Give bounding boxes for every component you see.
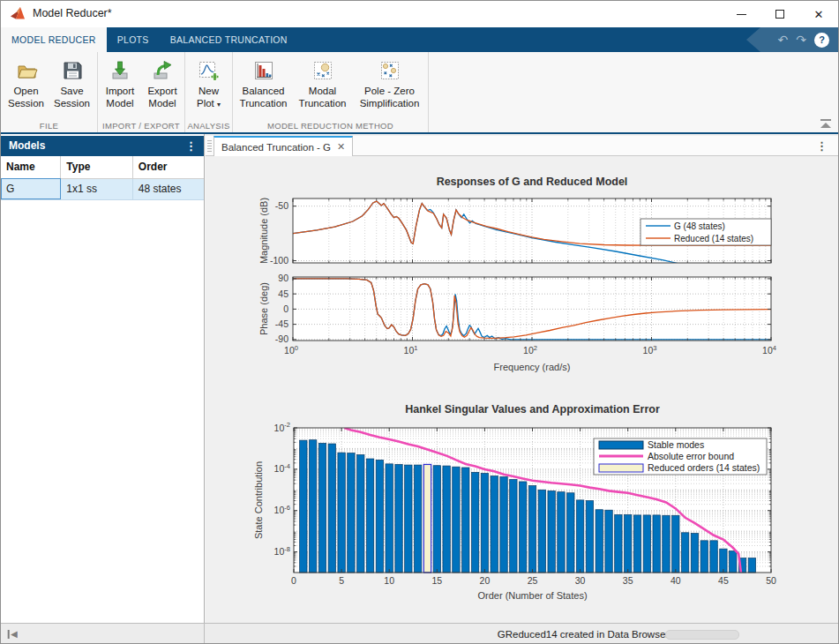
svg-text:10-8: 10-8 (274, 545, 290, 558)
figure-tab[interactable]: Balanced Truncation - G ✕ (213, 136, 353, 156)
svg-text:45: 45 (718, 575, 729, 586)
column-header-type: Type (61, 156, 133, 178)
toolstrip-group-reduction-method: BalancedTruncation ModalTruncation (233, 52, 429, 132)
model-name-cell[interactable]: G (1, 178, 61, 199)
pole-zero-simplification-button[interactable]: Pole - ZeroSimplification (353, 55, 427, 109)
svg-text:-50: -50 (275, 200, 288, 211)
svg-text:Stable modes: Stable modes (648, 439, 704, 450)
table-row[interactable]: G 1x1 ss 48 states (1, 178, 204, 199)
svg-text:90: 90 (278, 273, 288, 283)
svg-text:State Contribution: State Contribution (253, 461, 264, 539)
export-arrow-icon (151, 56, 174, 85)
new-plot-button[interactable]: NewPlot ▾ (186, 55, 232, 111)
toolstrip-group-file: OpenSession SaveSession FILE (1, 52, 98, 132)
toolstrip: OpenSession SaveSession FILE (1, 52, 838, 132)
model-type-cell[interactable]: 1x1 ss (61, 178, 133, 199)
window-title: Model Reducer* (33, 7, 112, 19)
svg-text:45: 45 (278, 288, 288, 299)
svg-text:104: 104 (762, 344, 776, 356)
import-model-button[interactable]: ImportModel (99, 55, 141, 109)
data-browser-panel: Models ⋮ Name Type Order G 1x1 ss 48 sta… (1, 134, 205, 623)
pole-zero-icon (378, 56, 401, 85)
svg-text:Reduced (14 states): Reduced (14 states) (674, 234, 753, 243)
open-session-button[interactable]: OpenSession (4, 55, 49, 109)
toolstrip-group-import-export: ImportModel ExportModel IMPORT / EXPORT (98, 52, 185, 132)
dropdown-arrow-icon: ▾ (217, 101, 221, 109)
models-panel-menu-icon[interactable]: ⋮ (185, 136, 197, 156)
figure-tab-close-icon[interactable]: ✕ (337, 141, 345, 153)
toolstrip-group-analysis: NewPlot ▾ ANALYSIS (185, 52, 233, 132)
svg-text:30: 30 (575, 575, 586, 586)
collapse-ribbon-arrow-icon (820, 123, 831, 128)
minimize-icon (737, 14, 746, 15)
undo-icon[interactable]: ↶ (778, 34, 789, 46)
ribbon-tab-plots[interactable]: PLOTS (107, 27, 160, 52)
models-panel-title: Models (9, 139, 45, 152)
export-model-button[interactable]: ExportModel (141, 55, 184, 109)
app-window: Model Reducer* ✕ MODEL REDUCER PLOTS BAL… (0, 0, 839, 644)
svg-text:40: 40 (670, 575, 681, 586)
status-progress (665, 630, 739, 640)
group-label-file: FILE (1, 121, 97, 131)
svg-text:Order (Number of States): Order (Number of States) (477, 590, 587, 601)
svg-text:-100: -100 (270, 255, 288, 266)
svg-text:10-6: 10-6 (274, 504, 290, 516)
svg-text:5: 5 (339, 575, 344, 586)
close-icon: ✕ (814, 9, 824, 20)
panel-splitter-grip[interactable] (207, 140, 212, 153)
quick-access-toolbar: ↶ ↷ ? (746, 27, 838, 52)
group-label-import-export: IMPORT / EXPORT (98, 121, 184, 131)
figure-panel-menu-icon[interactable]: ⋮ (816, 136, 828, 156)
group-label-reduction-method: MODEL REDUCTION METHOD (233, 121, 428, 131)
svg-text:100: 100 (284, 344, 298, 356)
status-bar-left: ▶ (1, 624, 205, 644)
models-table-header-row: Name Type Order (1, 156, 204, 178)
modal-truncation-icon (311, 56, 334, 85)
minimize-button[interactable] (722, 1, 760, 27)
svg-text:Reduced orders (14 states): Reduced orders (14 states) (648, 462, 760, 473)
svg-text:103: 103 (643, 344, 657, 356)
ribbon-tab-model-reducer[interactable]: MODEL REDUCER (1, 27, 107, 52)
import-arrow-icon (109, 56, 131, 85)
ribbon-tab-bar: MODEL REDUCER PLOTS BALANCED TRUNCATION (1, 27, 838, 52)
models-panel-header: Models ⋮ (1, 136, 204, 156)
group-label-analysis: ANALYSIS (185, 121, 232, 131)
svg-text:10-2: 10-2 (274, 421, 290, 433)
svg-text:Hankel Singular Values and App: Hankel Singular Values and Approximation… (405, 403, 660, 416)
svg-text:Frequency (rad/s): Frequency (rad/s) (494, 362, 571, 372)
balanced-truncation-icon (252, 56, 275, 85)
maximize-icon (775, 10, 784, 19)
model-order-cell[interactable]: 48 states (132, 178, 204, 199)
svg-text:10-4: 10-4 (274, 462, 290, 475)
status-bar: ▶ GReduced14 created in Data Browser (1, 623, 838, 644)
maximize-button[interactable] (760, 1, 799, 27)
svg-text:25: 25 (528, 575, 538, 586)
svg-text:G (48 states): G (48 states) (674, 221, 725, 231)
redo-icon[interactable]: ↷ (796, 34, 806, 46)
svg-text:15: 15 (431, 575, 442, 586)
svg-text:Responses of G and Reduced Mod: Responses of G and Reduced Model (437, 176, 628, 188)
svg-text:0: 0 (283, 303, 288, 314)
ribbon-tab-balanced-truncation[interactable]: BALANCED TRUNCATION (160, 27, 298, 52)
svg-text:Absolute error bound: Absolute error bound (648, 451, 734, 461)
title-bar: Model Reducer* ✕ (1, 1, 838, 27)
matlab-logo-icon (10, 6, 26, 22)
column-header-order: Order (132, 156, 204, 178)
svg-text:10: 10 (384, 575, 394, 586)
save-session-button[interactable]: SaveSession (49, 55, 95, 109)
close-button[interactable]: ✕ (799, 1, 838, 27)
svg-text:50: 50 (766, 575, 776, 586)
svg-text:Phase (deg): Phase (deg) (258, 282, 269, 335)
save-floppy-icon (61, 56, 84, 85)
figure-tab-label: Balanced Truncation - G (221, 142, 331, 153)
figure-document-panel: Balanced Truncation - G ✕ ⋮ -50-100Magni… (206, 134, 839, 623)
collapse-data-browser-icon[interactable]: ▶ (8, 630, 18, 639)
help-icon[interactable]: ? (814, 33, 829, 48)
figure-tab-strip: Balanced Truncation - G ✕ ⋮ (206, 136, 839, 156)
svg-text:20: 20 (480, 575, 491, 586)
new-plot-icon (197, 56, 221, 85)
modal-truncation-button[interactable]: ModalTruncation (293, 55, 353, 109)
collapse-ribbon-button[interactable] (820, 119, 831, 128)
balanced-truncation-button[interactable]: BalancedTruncation (235, 55, 293, 109)
column-header-name: Name (1, 156, 61, 178)
